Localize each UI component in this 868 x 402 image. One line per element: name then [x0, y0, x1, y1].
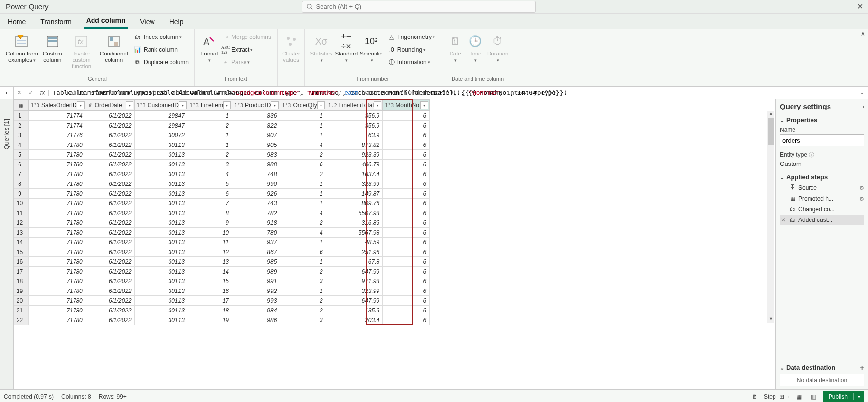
cell[interactable]: 6 [280, 247, 326, 257]
cell[interactable]: 6 [383, 130, 430, 140]
cell[interactable]: 4 [280, 208, 326, 218]
type-icon[interactable]: 1²3 [189, 103, 200, 108]
cell[interactable]: 6/1/2022 [86, 296, 134, 306]
cell[interactable]: 984 [232, 306, 280, 315]
tab-home[interactable]: Home [6, 15, 28, 29]
cell[interactable]: 63.9 [326, 130, 382, 140]
applied-step[interactable]: 🗂Changed co... [780, 204, 864, 215]
cell[interactable]: 985 [232, 257, 280, 267]
cell[interactable]: 6 [383, 169, 430, 179]
data-destination-header[interactable]: Data destination [780, 364, 835, 371]
cell[interactable]: 4 [280, 228, 326, 238]
cell[interactable]: 71780 [29, 276, 86, 286]
cell[interactable]: 971.98 [326, 276, 382, 286]
cell[interactable]: 30113 [134, 189, 188, 199]
applied-step[interactable]: 🗄Source⚙ [780, 183, 864, 193]
cell[interactable]: 5567.98 [326, 228, 382, 238]
cell[interactable]: 2 [188, 121, 232, 130]
cell[interactable]: 71774 [29, 121, 86, 130]
cell[interactable]: 873.82 [326, 140, 382, 150]
row-number[interactable]: 8 [14, 179, 29, 189]
formula-cancel-button[interactable]: ✕ [14, 88, 25, 98]
cell[interactable]: 6/1/2022 [86, 306, 134, 315]
row-number[interactable]: 13 [14, 228, 29, 238]
cell[interactable]: 905 [232, 140, 280, 150]
column-filter-button[interactable]: ▾ [223, 101, 231, 109]
queries-pane-toggle[interactable]: › [0, 87, 14, 99]
formula-confirm-button[interactable]: ✓ [25, 88, 37, 98]
cell[interactable]: 30113 [134, 169, 188, 179]
cell[interactable]: 6 [383, 306, 430, 315]
row-number[interactable]: 6 [14, 160, 29, 169]
row-number[interactable]: 18 [14, 276, 29, 286]
row-number[interactable]: 14 [14, 238, 29, 247]
cell[interactable]: 71780 [29, 257, 86, 267]
column-filter-button[interactable]: ▾ [317, 101, 325, 109]
cell[interactable]: 6 [383, 228, 430, 238]
applied-steps-header[interactable]: Applied steps [780, 173, 864, 181]
delete-step-icon[interactable]: ✕ [781, 217, 786, 223]
cell[interactable]: 30113 [134, 199, 188, 208]
info-icon[interactable]: ⓘ [809, 151, 814, 158]
cell[interactable]: 3 [280, 276, 326, 286]
cell[interactable]: 3 [280, 315, 326, 325]
cell[interactable]: 647.99 [326, 267, 382, 276]
row-number[interactable]: 9 [14, 189, 29, 199]
cell[interactable]: 71780 [29, 306, 86, 315]
cell[interactable]: 71780 [29, 169, 86, 179]
formula-expand-button[interactable]: ⌄ [855, 90, 868, 95]
cell[interactable]: 30113 [134, 286, 188, 296]
type-icon[interactable]: 1²3 [281, 103, 292, 108]
cell[interactable]: 12 [188, 247, 232, 257]
column-filter-button[interactable]: ▾ [77, 101, 85, 109]
cell[interactable]: 6 [383, 189, 430, 199]
cell[interactable]: 6 [383, 257, 430, 267]
column-filter-button[interactable]: ▾ [420, 101, 428, 109]
cell[interactable]: 6/1/2022 [86, 267, 134, 276]
cell[interactable]: 19 [188, 315, 232, 325]
row-number[interactable]: 17 [14, 267, 29, 276]
cell[interactable]: 4 [188, 169, 232, 179]
cell[interactable]: 71780 [29, 296, 86, 306]
cell[interactable]: 986 [232, 315, 280, 325]
column-from-examples-button[interactable]: Column from examples▾ [4, 31, 40, 75]
duplicate-column-button[interactable]: ⧉Duplicate column [132, 56, 190, 68]
cell[interactable]: 251.96 [326, 247, 382, 257]
cell[interactable]: 17 [188, 296, 232, 306]
type-icon[interactable]: 1²3 [233, 103, 244, 108]
cell[interactable]: 71780 [29, 247, 86, 257]
cell[interactable]: 29847 [134, 111, 188, 121]
cell[interactable]: 30113 [134, 306, 188, 315]
cell[interactable]: 30113 [134, 247, 188, 257]
cell[interactable]: 6/1/2022 [86, 247, 134, 257]
cell[interactable]: 2 [280, 296, 326, 306]
cell[interactable]: 2 [280, 150, 326, 160]
cell[interactable]: 6/1/2022 [86, 276, 134, 286]
scrollbar-thumb[interactable] [768, 118, 774, 145]
cell[interactable]: 6/1/2022 [86, 150, 134, 160]
cell[interactable]: 15 [188, 276, 232, 286]
cell[interactable]: 926 [232, 189, 280, 199]
cell[interactable]: 983 [232, 150, 280, 160]
row-number[interactable]: 20 [14, 296, 29, 306]
properties-section-header[interactable]: Properties [780, 116, 864, 124]
search-box[interactable]: Search (Alt + Q) [302, 1, 536, 13]
cell[interactable]: 10 [188, 228, 232, 238]
cell[interactable]: 6/1/2022 [86, 169, 134, 179]
cell[interactable]: 30072 [134, 130, 188, 140]
cell[interactable]: 6/1/2022 [86, 111, 134, 121]
cell[interactable]: 7 [188, 199, 232, 208]
cell[interactable]: 71780 [29, 189, 86, 199]
cell[interactable]: 356.9 [326, 121, 382, 130]
cell[interactable]: 6/1/2022 [86, 130, 134, 140]
cell[interactable]: 356.9 [326, 111, 382, 121]
format-button[interactable]: A Format▾ [199, 31, 220, 75]
row-number[interactable]: 16 [14, 257, 29, 267]
cell[interactable]: 6 [383, 315, 430, 325]
tab-add-column[interactable]: Add column [84, 14, 128, 29]
cell[interactable]: 6/1/2022 [86, 257, 134, 267]
cell[interactable]: 5507.98 [326, 208, 382, 218]
cell[interactable]: 1 [188, 130, 232, 140]
close-button[interactable]: ✕ [857, 2, 863, 11]
cell[interactable]: 406.79 [326, 160, 382, 169]
